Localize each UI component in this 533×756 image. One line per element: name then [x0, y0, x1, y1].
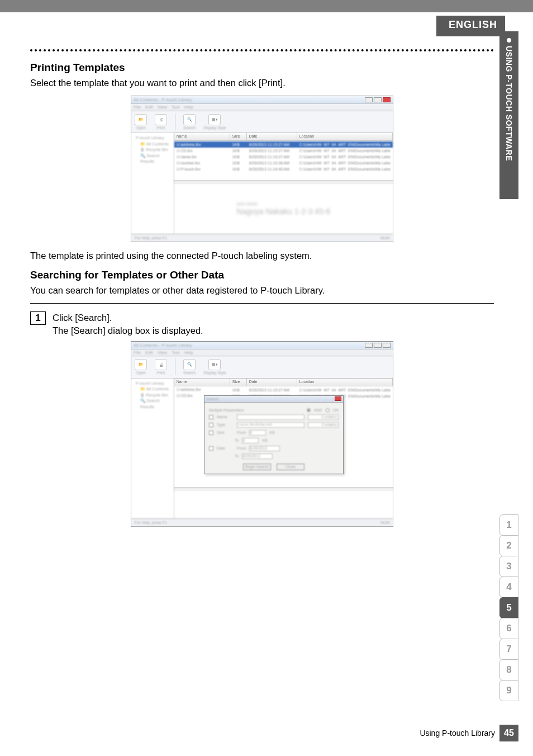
search-date-to[interactable]: 8/28/2013 — [242, 453, 273, 459]
col-location[interactable]: Location — [297, 133, 393, 140]
top-gray-bar — [0, 0, 533, 12]
menu-view[interactable]: View — [158, 105, 167, 110]
tree-root[interactable]: P-touch Library — [134, 135, 172, 141]
search-icon[interactable]: 🔍 — [183, 114, 196, 125]
search-size-from-label: From — [237, 431, 246, 434]
search-type-input[interactable]: Layout (lbx;lbl;lbp;mbl) — [237, 422, 304, 428]
chapter-index-tabs: 123456789 — [499, 514, 518, 701]
minimize-button-2[interactable] — [365, 343, 373, 348]
check-name[interactable] — [209, 415, 213, 419]
app-titlebar-2: All Contents - P-touch Library — [131, 342, 393, 349]
search-dialog-titlebar: Search — [204, 396, 343, 403]
close-search-button[interactable]: Close — [277, 464, 304, 470]
page-footer: Using P-touch Library 45 — [420, 725, 518, 741]
search-size-to[interactable]: 0 — [242, 438, 259, 443]
app-menubar: File Edit View Tool Help — [131, 104, 393, 111]
col-date[interactable]: Date — [247, 133, 297, 140]
folder-tree[interactable]: P-touch Library 📁 All Contents 🗑 Recycle… — [131, 133, 174, 234]
page-number: 45 — [499, 725, 518, 741]
check-size[interactable] — [209, 431, 213, 435]
print-icon-2[interactable]: 🖨 — [155, 359, 167, 370]
menu-edit-2[interactable]: Edit — [145, 350, 153, 355]
search-dialog: Search Multiple Parameters AND OR Name C… — [204, 395, 344, 474]
index-tab-1[interactable]: 1 — [499, 514, 518, 536]
preview-pane: ###-#### Nagoya Nakaku 1-2-3 45-6 — [174, 183, 393, 234]
index-tab-4[interactable]: 4 — [499, 577, 518, 598]
heading-searching: Searching for Templates or Other Data — [30, 269, 494, 281]
status-left: For Help, press F1 — [135, 236, 167, 240]
menu-tool-2[interactable]: Tool — [172, 350, 180, 355]
body-searching: You can search for templates or other da… — [30, 285, 494, 296]
menu-file-2[interactable]: File — [134, 350, 141, 355]
search-close-icon[interactable] — [335, 396, 341, 401]
search-type-mode[interactable]: Contains — [308, 422, 339, 428]
table-row[interactable]: ☑ address.lbx1KB8/20/2013 11:15:27 AMC:\… — [174, 387, 393, 393]
statusbar: For Help, press F1 NUM — [131, 234, 393, 242]
section-rule — [30, 303, 494, 304]
page-content: Printing Templates Select the template t… — [30, 34, 494, 535]
open-icon[interactable]: 📂 — [135, 114, 147, 125]
search-name-mode[interactable]: Contains — [308, 414, 339, 420]
app-toolbar: 📂 Open 🖨 Print 🔍 Search ▦▾ Display Style — [131, 111, 393, 133]
maximize-button-2[interactable] — [374, 343, 382, 348]
search-date-from-label: From — [237, 446, 246, 450]
table-row[interactable]: ☑ P-touch.lbx1KB8/20/2013 11:16:40 AMC:\… — [174, 166, 393, 172]
print-icon[interactable]: 🖨 — [155, 114, 167, 125]
check-type[interactable] — [209, 423, 213, 427]
check-date[interactable] — [209, 446, 213, 451]
table-row[interactable]: ☑ number.lbx1KB8/20/2013 11:16:38 AMC:\U… — [174, 160, 393, 166]
minimize-button[interactable] — [365, 97, 373, 102]
close-button[interactable] — [383, 97, 391, 102]
search-type-label: Type — [217, 423, 234, 427]
app-menubar-2: File Edit View Tool Help — [131, 349, 393, 356]
display-style-icon[interactable]: ▦▾ — [208, 114, 221, 125]
tree-all-contents[interactable]: 📁 All Contents — [134, 141, 172, 148]
index-tab-3[interactable]: 3 — [499, 556, 518, 577]
index-tab-7[interactable]: 7 — [499, 639, 518, 660]
search-icon-2[interactable]: 🔍 — [183, 359, 196, 370]
search-name-input[interactable] — [237, 414, 304, 420]
radio-and[interactable] — [307, 408, 311, 412]
maximize-button[interactable] — [374, 97, 382, 102]
footer-text: Using P-touch Library — [420, 729, 495, 738]
index-tab-5[interactable]: 5 — [499, 597, 518, 618]
print-label: Print — [155, 126, 167, 130]
table-row[interactable]: ☑ CD.lbx1KB8/20/2013 11:15:27 AMC:\Users… — [174, 148, 393, 154]
table-row[interactable]: ☑ address.lbx1KB8/20/2013 11:15:27 AMC:\… — [174, 141, 393, 148]
folder-tree-2[interactable]: P-touch Library 📁 All Contents 🗑 Recycle… — [131, 379, 174, 518]
search-date-label: Date — [217, 446, 234, 450]
search-size-to-label: To — [235, 438, 239, 442]
begin-search-button[interactable]: Begin Search — [243, 464, 271, 470]
preview-pane-2 — [174, 490, 393, 518]
tree-search-results[interactable]: 🔍 Search Results — [134, 153, 172, 165]
menu-view-2[interactable]: View — [158, 350, 167, 355]
search-size-from[interactable]: 0 — [249, 430, 266, 436]
index-tab-9[interactable]: 9 — [499, 680, 518, 701]
menu-help[interactable]: Help — [184, 105, 193, 110]
search-and-label: AND — [314, 408, 322, 412]
menu-help-2[interactable]: Help — [184, 350, 193, 355]
body-after-print: The template is printed using the connec… — [30, 250, 494, 262]
menu-tool[interactable]: Tool — [172, 105, 180, 110]
screenshot-ptouch-library-2: All Contents - P-touch Library File Edit… — [131, 341, 393, 527]
col-name[interactable]: Name — [174, 133, 230, 140]
section-side-tab: USING P-TOUCH SOFTWARE — [499, 31, 518, 199]
table-row[interactable]: ☑ name.lbx1KB8/20/2013 11:15:27 AMC:\Use… — [174, 154, 393, 160]
index-tab-8[interactable]: 8 — [499, 659, 518, 681]
index-tab-6[interactable]: 6 — [499, 618, 518, 639]
dotted-rule — [30, 49, 494, 51]
menu-file[interactable]: File — [134, 105, 141, 110]
search-date-from[interactable]: 8/28/2013 — [249, 446, 280, 451]
display-label: Display Style — [203, 126, 226, 130]
tree-recycle-bin[interactable]: 🗑 Recycle Bin — [134, 147, 172, 153]
display-style-icon-2[interactable]: ▦▾ — [208, 359, 221, 370]
step-line-2: The [Search] dialog box is displayed. — [53, 324, 203, 337]
col-size[interactable]: Size — [230, 133, 247, 140]
menu-edit[interactable]: Edit — [145, 105, 153, 110]
close-button-2[interactable] — [383, 343, 391, 348]
index-tab-2[interactable]: 2 — [499, 535, 518, 556]
radio-or[interactable] — [326, 408, 330, 412]
search-label: Search — [183, 126, 196, 130]
search-dialog-title: Search — [206, 397, 218, 401]
open-icon-2[interactable]: 📂 — [135, 359, 147, 370]
